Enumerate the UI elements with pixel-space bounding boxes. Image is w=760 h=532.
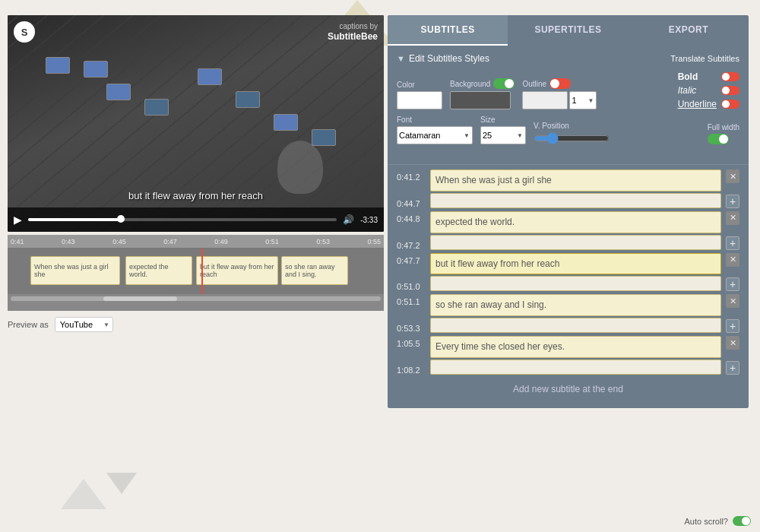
volume-icon[interactable]: 🔊 (343, 214, 354, 225)
outline-group: Outline 123 (522, 78, 597, 109)
italic-toggle-knob (722, 87, 730, 94)
background-group: Background (450, 78, 515, 109)
subtitle-side-4: ✕ + (726, 294, 739, 333)
subtitle-add-2[interactable]: + (726, 236, 739, 250)
subtitle-text-area-3: but it flew away from her reach (430, 253, 721, 292)
size-label: Size (480, 116, 526, 124)
collapse-icon[interactable]: ▼ (397, 54, 405, 63)
progress-fill (28, 218, 121, 221)
background-swatch[interactable] (450, 91, 511, 109)
vposition-group: V. Position (534, 122, 610, 144)
subtitle-text-5[interactable]: Every time she closed her eyes. (430, 336, 721, 358)
subtitle-add-4[interactable]: + (726, 319, 739, 333)
translate-subtitles[interactable]: Translate Subtitles (670, 54, 739, 63)
fullwidth-toggle-knob (719, 135, 728, 144)
bold-toggle-knob (722, 73, 730, 81)
tab-export[interactable]: EXPORT (629, 15, 749, 46)
video-screen-8 (312, 129, 336, 146)
add-subtitle-row[interactable]: Add new subtitle at the end (397, 378, 739, 401)
subtitle-side-1: ✕ + (726, 169, 739, 208)
video-controls: ▶ 🔊 -3:33 (8, 207, 384, 232)
video-logo: S (14, 21, 35, 43)
subtitle-text2-2[interactable] (430, 235, 721, 250)
play-button[interactable]: ▶ (14, 214, 22, 226)
subtitle-entry-3: 0:47.7 0:51.0 but it flew away from her … (397, 253, 739, 292)
preview-as-row: Preview as YouTube Vimeo Facebook (8, 317, 384, 332)
subtitle-text-3[interactable]: but it flew away from her reach (430, 253, 721, 275)
subtitle-delete-1[interactable]: ✕ (726, 169, 739, 183)
subtitle-text-2[interactable]: expected the world. (430, 211, 721, 233)
outline-number-select[interactable]: 123 (569, 91, 597, 109)
timeline-container: 0:41 0:43 0:45 0:47 0:49 0:51 0:53 0:55 … (8, 235, 384, 311)
separator-1 (388, 164, 749, 165)
subtitle-side-2: ✕ + (726, 211, 739, 250)
style-controls-row-2: Font Catamaran Arial Roboto Size 252030 (397, 116, 739, 144)
size-group: Size 252030 (480, 116, 526, 144)
italic-toggle[interactable] (721, 86, 739, 95)
timeline-ruler: 0:41 0:43 0:45 0:47 0:49 0:51 0:53 0:55 (8, 235, 384, 249)
bold-label: Bold (678, 71, 698, 82)
color-swatch[interactable] (397, 91, 442, 109)
subtitle-add-3[interactable]: + (726, 277, 739, 291)
underline-toggle[interactable] (721, 100, 739, 109)
progress-bar[interactable] (28, 218, 337, 221)
outline-toggle[interactable] (549, 78, 571, 89)
subtitle-text2-3[interactable] (430, 276, 721, 291)
subtitle-delete-5[interactable]: ✕ (726, 336, 739, 350)
video-screen-7 (274, 114, 298, 131)
subtitle-delete-2[interactable]: ✕ (726, 211, 739, 225)
subtitle-text-1[interactable]: When she was just a girl she (430, 169, 721, 192)
time-display: -3:33 (360, 216, 378, 224)
bold-toggle[interactable] (721, 72, 739, 81)
font-label: Font (397, 116, 473, 124)
font-group: Font Catamaran Arial Roboto (397, 116, 473, 144)
subtitle-text2-1[interactable] (430, 193, 721, 208)
auto-scroll-label: Auto scroll? (685, 517, 728, 526)
timeline-clip-3[interactable]: but it flew away from her reach (196, 256, 278, 285)
vposition-slider[interactable] (534, 132, 610, 144)
timeline-clip-1[interactable]: When she was just a girl she (30, 256, 120, 285)
subtitle-text-4[interactable]: so she ran away and I sing. (430, 294, 721, 316)
subtitle-start-4: 0:51.1 (397, 297, 426, 306)
background-toggle[interactable] (493, 78, 515, 89)
tab-subtitles[interactable]: SUBTITLES (388, 15, 508, 46)
subtitle-text2-4[interactable] (430, 318, 721, 333)
subtitle-start-1: 0:41.2 (397, 173, 426, 182)
decorative-triangle-3 (61, 479, 106, 509)
timeline-clip-4[interactable]: so she ran away and I sing. (281, 256, 348, 285)
subtitle-end-3: 0:51.0 (397, 282, 426, 291)
font-select[interactable]: Catamaran Arial Roboto (397, 126, 473, 144)
font-select-wrapper: Catamaran Arial Roboto (397, 126, 473, 144)
video-screen-1 (46, 57, 70, 74)
subtitle-add-5[interactable]: + (726, 361, 739, 375)
subtitles-list: 0:41.2 0:44.7 When she was just a girl s… (388, 169, 749, 408)
fullwidth-group: Full width (708, 123, 739, 144)
preview-select[interactable]: YouTube Vimeo Facebook (55, 317, 113, 332)
subtitle-delete-4[interactable]: ✕ (726, 294, 739, 308)
size-select[interactable]: 252030 (480, 126, 526, 144)
styles-section: ▼ Edit Subtitles Styles Translate Subtit… (388, 46, 749, 160)
subtitle-delete-3[interactable]: ✕ (726, 253, 739, 267)
timeline-scrollbar-thumb (103, 296, 177, 301)
timeline-clip-2[interactable]: expected the world. (125, 256, 192, 285)
auto-scroll-toggle-knob (742, 517, 750, 525)
left-panel: S captions by SubtitleBee but it flew aw… (8, 15, 384, 332)
subtitle-entry-1: 0:41.2 0:44.7 When she was just a girl s… (397, 169, 739, 208)
subtitle-text-area-2: expected the world. (430, 211, 721, 250)
auto-scroll-toggle[interactable] (733, 516, 751, 526)
edit-styles-header: ▼ Edit Subtitles Styles Translate Subtit… (397, 53, 739, 64)
timeline-scrollbar-track[interactable] (11, 296, 381, 301)
subtitle-side-5: ✕ + (726, 336, 739, 375)
auto-scroll-row: Auto scroll? (685, 516, 751, 526)
subtitles-scroll-area[interactable]: 0:41.2 0:44.7 When she was just a girl s… (388, 169, 749, 408)
subtitle-add-1[interactable]: + (726, 195, 739, 208)
subtitle-text2-5[interactable] (430, 359, 721, 375)
color-group: Color (397, 81, 442, 109)
fullwidth-toggle[interactable] (708, 134, 729, 144)
outline-swatch[interactable] (522, 91, 568, 109)
video-screen-2 (84, 61, 108, 78)
tab-supertitles[interactable]: SUPERTITLES (508, 15, 628, 46)
preview-as-label: Preview as (8, 320, 49, 329)
subtitle-times-5: 1:05.5 1:08.2 (397, 336, 426, 375)
background-toggle-knob (505, 79, 514, 88)
